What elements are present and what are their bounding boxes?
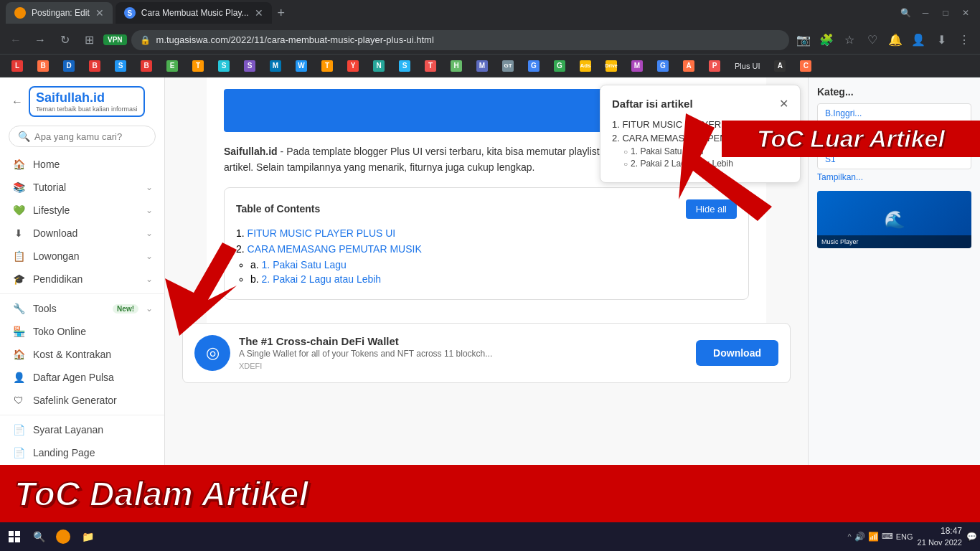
bookmark-b2[interactable]: B bbox=[83, 57, 106, 75]
camera-icon[interactable]: 📷 bbox=[793, 30, 814, 50]
bookmark-m3[interactable]: M bbox=[626, 57, 649, 75]
bookmark-t2[interactable]: T bbox=[316, 57, 339, 75]
toc-link-2[interactable]: CARA MEMASANG PEMUTAR MUSIK bbox=[248, 243, 422, 255]
bookmark-b1[interactable]: B bbox=[32, 57, 55, 75]
maximize-button[interactable]: □ bbox=[937, 4, 954, 22]
bookmark-t3[interactable]: T bbox=[419, 57, 442, 75]
bookmark-gt[interactable]: GT bbox=[496, 57, 519, 75]
bookmark-t1[interactable]: T bbox=[187, 57, 209, 75]
heart-icon[interactable]: ♡ bbox=[862, 30, 882, 50]
taskbar-chevron-icon[interactable]: ^ bbox=[848, 532, 852, 541]
bookmark-icon[interactable]: ☆ bbox=[839, 30, 859, 50]
bookmark-y[interactable]: Y bbox=[341, 57, 364, 75]
taskbar-folder-icon: 📁 bbox=[80, 529, 95, 544]
taskbar-opera[interactable] bbox=[52, 525, 75, 548]
bookmark-c[interactable]: C bbox=[794, 57, 817, 75]
nav-tools[interactable]: 🔧 Tools New! ⌄ bbox=[0, 297, 164, 320]
tab-close-music[interactable]: ✕ bbox=[255, 7, 263, 19]
daftar-close-button[interactable]: ✕ bbox=[779, 97, 788, 110]
download-icon-sidebar: ⬇ bbox=[11, 227, 26, 239]
nav-kost[interactable]: 🏠 Kost & Kontrakan bbox=[0, 343, 164, 366]
kategori-item-3[interactable]: S1 bbox=[817, 149, 971, 169]
bookmark-a[interactable]: A bbox=[677, 57, 700, 75]
daftar-item-1[interactable]: 1. FITUR MUSIC PLAYER PLUS UI bbox=[612, 119, 788, 130]
nav-pendidikan[interactable]: 🎓 Pendidikan ⌄ bbox=[0, 268, 164, 291]
bookmark-s3[interactable]: S bbox=[238, 57, 261, 75]
extensions-icon[interactable]: 🧩 bbox=[816, 30, 837, 50]
bookmark-telegram[interactable]: S bbox=[393, 57, 416, 75]
nav-safelink[interactable]: 🛡 Safelink Generator bbox=[0, 389, 164, 412]
back-button[interactable]: ← bbox=[6, 30, 26, 50]
taskbar-notification-icon[interactable]: 💬 bbox=[966, 532, 977, 542]
nav-lifestyle[interactable]: 💚 Lifestyle ⌄ bbox=[0, 199, 164, 222]
extensions-button[interactable]: ⊞ bbox=[79, 30, 99, 50]
bookmark-m[interactable]: M bbox=[264, 57, 287, 75]
ad-download-button[interactable]: Download bbox=[696, 340, 778, 366]
minimize-button[interactable]: ─ bbox=[917, 4, 934, 22]
nav-home[interactable]: 🏠 Home bbox=[0, 153, 164, 176]
back-button-sidebar[interactable]: ← bbox=[11, 95, 23, 108]
taskbar-search[interactable]: 🔍 bbox=[27, 525, 50, 548]
bookmark-s2[interactable]: S bbox=[212, 57, 235, 75]
vpn-badge[interactable]: VPN bbox=[103, 34, 127, 45]
bookmark-plusui[interactable]: Plus UI bbox=[729, 57, 765, 75]
nav-tutorial[interactable]: 📚 Tutorial ⌄ bbox=[0, 176, 164, 199]
bookmark-l[interactable]: L bbox=[6, 57, 29, 75]
bookmark-b3[interactable]: B bbox=[135, 57, 158, 75]
daftar-item-2[interactable]: 2. CARA MEMASANG PEMUTAR MUSIK bbox=[612, 133, 788, 143]
taskbar-network-icon[interactable]: 📶 bbox=[868, 532, 879, 542]
bookmark-drive[interactable]: Drive bbox=[600, 57, 623, 75]
kategori-item-1[interactable]: B.Inggri... bbox=[817, 103, 971, 123]
settings-icon[interactable]: ⋮ bbox=[954, 30, 974, 50]
bookmark-d[interactable]: D bbox=[57, 57, 80, 75]
nav-download[interactable]: ⬇ Download ⌄ bbox=[0, 222, 164, 245]
nav-kontak[interactable]: 📞 Kontak bbox=[0, 487, 164, 510]
hide-all-button[interactable]: Hide all bbox=[686, 199, 737, 219]
bookmark-e[interactable]: E bbox=[161, 57, 184, 75]
bookmark-g2[interactable]: G bbox=[548, 57, 571, 75]
bookmark-g3[interactable]: G bbox=[651, 57, 674, 75]
tab-music-player[interactable]: S Cara Membuat Music Play... ✕ bbox=[116, 2, 272, 24]
nav-landing[interactable]: 📄 Landing Page bbox=[0, 441, 164, 464]
bookmark-w[interactable]: W bbox=[290, 57, 313, 75]
daftar-sub-2[interactable]: 2. Pakai 2 Lagu atau Lebih bbox=[612, 159, 788, 169]
logo-box[interactable]: Saifullah.id Teman terbaik buat kalian i… bbox=[29, 86, 145, 117]
bookmark-p[interactable]: P bbox=[703, 57, 726, 75]
bookmark-ads[interactable]: Ads bbox=[574, 57, 597, 75]
avatar-icon[interactable]: 👤 bbox=[908, 30, 928, 50]
bookmark-m2[interactable]: M bbox=[471, 57, 494, 75]
reload-button[interactable]: ↻ bbox=[55, 30, 75, 50]
toc-sub-link-a[interactable]: 1. Pakai Satu Lagu bbox=[262, 259, 347, 270]
settings-button[interactable]: ⚙ Settings bbox=[11, 519, 153, 522]
taskbar-audio-icon[interactable]: 🔊 bbox=[854, 532, 865, 542]
kategori-item-2[interactable]: Kelas 10... bbox=[817, 126, 971, 146]
start-button[interactable] bbox=[3, 525, 26, 548]
toc-sub-link-b[interactable]: 2. Pakai 2 Lagu atau Lebih bbox=[262, 273, 382, 285]
nav-daftar-agen[interactable]: 👤 Daftar Agen Pulsa bbox=[0, 366, 164, 389]
taskbar-file-explorer[interactable]: 📁 bbox=[76, 525, 99, 548]
bookmark-s[interactable]: S bbox=[109, 57, 132, 75]
nav-syarat[interactable]: 📄 Syarat Layanan bbox=[0, 418, 164, 441]
download-icon[interactable]: ⬇ bbox=[931, 30, 951, 50]
address-bar[interactable]: 🔒 m.tugasiswa.com/2022/11/cara-membuat-m… bbox=[131, 30, 789, 50]
close-button[interactable]: ✕ bbox=[957, 4, 974, 22]
tab-close-postingan[interactable]: ✕ bbox=[95, 7, 104, 19]
new-tab-button[interactable]: + bbox=[278, 6, 286, 21]
bookmark-n[interactable]: N bbox=[367, 57, 390, 75]
bookmark-a2[interactable]: A bbox=[768, 57, 791, 75]
tab-postingan[interactable]: Postingan: Edit ✕ bbox=[6, 2, 113, 24]
tampilkan-button[interactable]: Tampilkan... bbox=[817, 172, 971, 182]
nav-lowongan[interactable]: 📋 Lowongan ⌄ bbox=[0, 245, 164, 268]
search-input[interactable] bbox=[34, 131, 155, 142]
nav-tentang[interactable]: 👤 Tentang bbox=[0, 464, 164, 487]
bookmark-g[interactable]: G bbox=[522, 57, 545, 75]
daftar-sub-1[interactable]: 1. Pakai Satu Lagu bbox=[612, 146, 788, 156]
search-icon[interactable]: 🔍 bbox=[897, 4, 914, 22]
toc-link-1[interactable]: FITUR MUSIC PLAYER PLUS UI bbox=[248, 227, 396, 239]
nav-toko[interactable]: 🏪 Toko Online bbox=[0, 320, 164, 343]
forward-button[interactable]: → bbox=[30, 30, 50, 50]
notifications-icon[interactable]: 🔔 bbox=[885, 30, 905, 50]
kategori-section: Kateg... B.Inggri... Kelas 10... S1 Tamp… bbox=[817, 86, 971, 182]
bookmark-h[interactable]: H bbox=[445, 57, 468, 75]
search-bar[interactable]: 🔍 bbox=[9, 126, 156, 147]
